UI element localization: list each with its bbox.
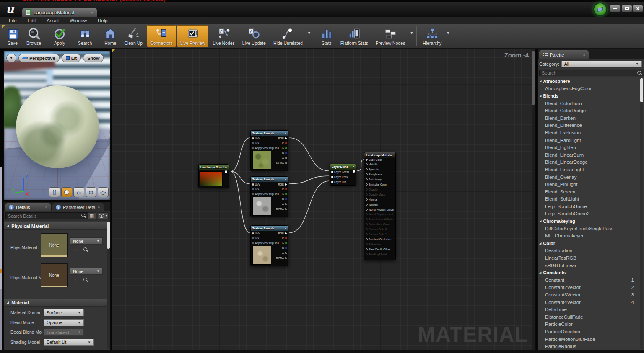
preview-shape-sphere-button[interactable] bbox=[61, 187, 72, 197]
pin-apply-view-mipbias[interactable]: Apply View MipBias bbox=[252, 146, 279, 150]
pin-b[interactable]: B bbox=[282, 246, 287, 250]
pin-b[interactable]: B bbox=[282, 151, 287, 155]
palette-category-color[interactable]: ◢Color bbox=[538, 240, 640, 247]
perspective-button[interactable]: Perspective bbox=[18, 54, 60, 62]
palette-item-blend-hardlight[interactable]: Blend_HardLight bbox=[538, 137, 640, 144]
chevron-down-icon[interactable]: ▼ bbox=[410, 31, 413, 42]
collapse-icon[interactable]: ▲ bbox=[284, 177, 287, 182]
pin-subsurface-color[interactable]: Subsurface Color bbox=[366, 222, 390, 227]
tab-close-icon[interactable]: × bbox=[91, 10, 93, 15]
node-texture-sample[interactable]: Texture Sample▲UVsTexApply View MipBiasR… bbox=[250, 225, 288, 266]
node-landscapecoords[interactable]: LandscapeCoords▲ bbox=[198, 164, 229, 188]
palette-item-lerp-scratchgrime2[interactable]: Lerp_ScratchGrime2 bbox=[538, 210, 640, 218]
pin-apply-view-mipbias[interactable]: Apply View MipBias bbox=[252, 241, 279, 245]
pin-layer-grass[interactable]: Layer Grass bbox=[331, 170, 349, 174]
palette-item-constant4vector[interactable]: Constant4Vector4 bbox=[538, 299, 640, 306]
pin-emissive-color[interactable]: Emissive Color bbox=[366, 183, 387, 187]
palette-item-blend-darken[interactable]: Blend_Darken bbox=[538, 114, 640, 122]
pin-tessellation-multiplier[interactable]: Tessellation Multiplier bbox=[366, 217, 395, 222]
preview-shape-cylinder-button[interactable] bbox=[49, 187, 60, 197]
palette-item-particlemotionblurfade[interactable]: ParticleMotionBlurFade bbox=[538, 335, 640, 343]
node-texture-sample[interactable]: Texture Sample▲UVsTexApply View MipBiasR… bbox=[250, 130, 288, 171]
palette-item-blend-colordodge[interactable]: Blend_ColorDodge bbox=[538, 107, 640, 114]
palette-item-blend-softlight[interactable]: Blend_SoftLight bbox=[538, 196, 640, 203]
palette-item-blend-colorburn[interactable]: Blend_ColorBurn bbox=[538, 100, 640, 107]
pin-shading-model[interactable]: Shading Model bbox=[366, 252, 387, 256]
tab-close-icon[interactable]: × bbox=[98, 205, 100, 209]
toolbar-button-connectors[interactable]: Connectors bbox=[147, 25, 176, 47]
pin-rgba[interactable]: RGBA bbox=[276, 161, 287, 165]
palette-category-blends[interactable]: ◢Blends bbox=[538, 92, 640, 100]
chevron-down-icon[interactable]: ▼ bbox=[352, 164, 355, 170]
toolbar-button-live-preview[interactable]: Live Preview bbox=[177, 25, 209, 47]
palette-category-chromakeying[interactable]: ◢Chromakeying bbox=[538, 217, 640, 225]
pin-g[interactable]: G bbox=[282, 192, 287, 196]
pin-base-color[interactable]: Base Color bbox=[366, 157, 382, 162]
pin-tex[interactable]: Tex bbox=[252, 236, 259, 240]
pin-a[interactable]: A bbox=[282, 251, 287, 255]
preview-shape-teapot-button[interactable] bbox=[98, 187, 109, 197]
pin-r[interactable]: R bbox=[282, 141, 287, 145]
palette-item-atmosphericfogcolor[interactable]: AtmosphericFogColor bbox=[538, 85, 640, 93]
view-options-button[interactable]: ▼ bbox=[98, 212, 109, 219]
palette-category-atmosphere[interactable]: ◢Atmosphere bbox=[538, 77, 640, 85]
palette-item-lineartosrgb[interactable]: LinearTosRGB bbox=[538, 254, 640, 262]
category-dropdown[interactable]: All▼ bbox=[561, 61, 642, 67]
pin-apply-view-mipbias[interactable]: Apply View MipBias bbox=[252, 192, 279, 196]
palette-item-blend-screen[interactable]: Blend_Screen bbox=[538, 188, 640, 196]
toolbar-button-clean-up[interactable]: Clean Up bbox=[121, 25, 146, 47]
lit-button[interactable]: Lit bbox=[62, 54, 81, 62]
asset-thumbnail[interactable]: None bbox=[41, 263, 68, 287]
palette-item-desaturation[interactable]: Desaturation bbox=[538, 247, 640, 255]
tutorial-button[interactable] bbox=[593, 3, 607, 16]
asset-select-dropdown[interactable]: None▼ bbox=[70, 268, 103, 275]
pin-g[interactable]: G bbox=[282, 146, 287, 150]
pin-uvs[interactable]: UVs bbox=[252, 182, 260, 186]
details-scrollbar-thumb[interactable] bbox=[107, 222, 110, 249]
node-layer-blend[interactable]: Layer Blend▼Layer GrassLayer RockLayer D… bbox=[330, 164, 356, 186]
tab-details[interactable]: i Details× bbox=[5, 203, 51, 211]
pin-rgba[interactable]: RGBA bbox=[276, 207, 287, 211]
palette-scrollbar-track[interactable] bbox=[640, 78, 643, 349]
property-dropdown-shading-model[interactable]: Default Lit▼ bbox=[44, 339, 94, 346]
property-matrix-icon[interactable]: ▦ bbox=[88, 212, 96, 219]
pin-layer-dirt[interactable]: Layer Dirt bbox=[331, 180, 346, 184]
property-dropdown-material-domai[interactable]: Surface▼ bbox=[44, 309, 84, 316]
tab-palette[interactable]: Palette× bbox=[539, 50, 589, 59]
palette-item-particledirection[interactable]: ParticleDirection bbox=[538, 328, 640, 335]
toolbar-button-live-nodes[interactable]: Live Nodes bbox=[209, 25, 238, 47]
pin-refraction[interactable]: Refraction bbox=[366, 242, 381, 246]
palette-scrollbar-thumb[interactable] bbox=[640, 78, 643, 102]
tab-parameter-defaults[interactable]: i Parameter Defa× bbox=[52, 203, 104, 211]
browse-to-asset-icon[interactable] bbox=[83, 278, 88, 282]
output-pin[interactable] bbox=[353, 170, 355, 173]
palette-item-constant[interactable]: Constant1 bbox=[538, 276, 640, 284]
palette-item-blend-linearlight[interactable]: Blend_LinearLight bbox=[538, 166, 640, 173]
tab-close-icon[interactable]: × bbox=[45, 205, 47, 209]
pin-r[interactable]: R bbox=[282, 187, 287, 191]
section-header-physical-material[interactable]: ◢Physical Material bbox=[4, 222, 107, 230]
palette-item-blend-exclusion[interactable]: Blend_Exclusion bbox=[538, 129, 640, 137]
toolbar-button-live-update[interactable]: Live Update bbox=[239, 25, 269, 47]
palette-item-constant3vector[interactable]: Constant3Vector3 bbox=[538, 291, 640, 299]
minimize-button[interactable] bbox=[610, 5, 621, 12]
pin-uvs[interactable]: UVs bbox=[252, 136, 260, 140]
tab-close-icon[interactable]: × bbox=[583, 53, 585, 57]
chevron-down-icon[interactable]: ▼ bbox=[446, 31, 450, 42]
node-landscapematerial[interactable]: LandscapeMaterialBase ColorMetallicSpecu… bbox=[364, 152, 396, 260]
pin-tex[interactable]: Tex bbox=[252, 187, 259, 191]
pin-a[interactable]: A bbox=[282, 156, 287, 160]
pin-a[interactable]: A bbox=[282, 202, 287, 206]
palette-item-particlecolor[interactable]: ParticleColor bbox=[538, 321, 640, 328]
toolbar-button-hierarchy[interactable]: Hierarchy bbox=[419, 25, 445, 47]
palette-item-blend-lineardodge[interactable]: Blend_LinearDodge bbox=[538, 159, 640, 166]
pin-opacity-mask[interactable]: Opacity Mask bbox=[366, 192, 385, 196]
pin-world-displacement[interactable]: World Displacement bbox=[366, 212, 393, 216]
pin-world-position-offset[interactable]: World Position Offset bbox=[366, 207, 394, 211]
menu-help[interactable]: Help bbox=[92, 18, 113, 23]
pin-metallic[interactable]: Metallic bbox=[366, 162, 378, 167]
menu-window[interactable]: Window bbox=[64, 18, 92, 23]
palette-item-srgbtolinear[interactable]: sRGBToLinear bbox=[538, 262, 640, 269]
material-graph-canvas[interactable]: LandscapeCoords▲Texture Sample▲UVsTexApp… bbox=[112, 49, 536, 353]
show-button[interactable]: Show bbox=[83, 54, 104, 62]
